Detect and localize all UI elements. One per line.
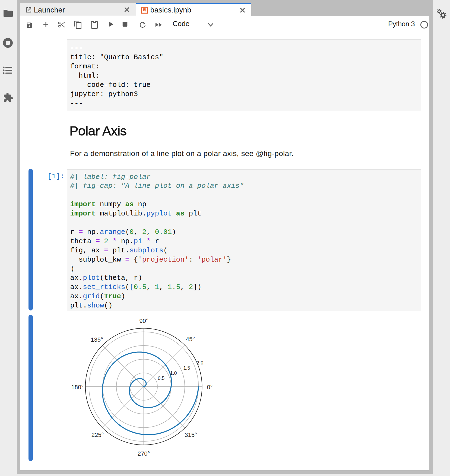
svg-text:0.5: 0.5 (158, 376, 164, 381)
svg-text:180°: 180° (71, 384, 84, 391)
svg-text:1.0: 1.0 (170, 370, 177, 376)
svg-text:1.5: 1.5 (183, 365, 190, 371)
svg-text:225°: 225° (91, 431, 104, 438)
svg-text:2.0: 2.0 (197, 360, 203, 366)
svg-text:90°: 90° (139, 318, 148, 324)
svg-text:45°: 45° (186, 336, 195, 342)
svg-text:270°: 270° (138, 450, 150, 457)
svg-text:315°: 315° (185, 431, 197, 438)
svg-text:0°: 0° (207, 384, 213, 391)
svg-text:135°: 135° (91, 336, 103, 343)
